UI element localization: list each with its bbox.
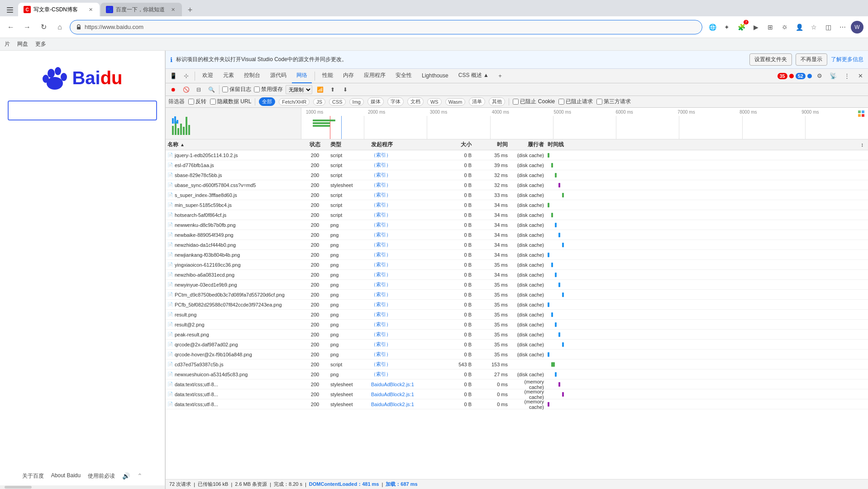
- filter-chip-all[interactable]: 全部: [259, 97, 275, 106]
- bookmark-btn[interactable]: ☆: [807, 21, 820, 34]
- table-row[interactable]: 📄 newzhibo-a6a0831ecd.png 200 png （索引） 0…: [166, 270, 868, 280]
- table-row[interactable]: 📄 result@2.png 200 png （索引） 0 B 35 ms (d…: [166, 320, 868, 330]
- table-row[interactable]: 📄 qrcode@2x-daf987ad02.png 200 png （索引） …: [166, 340, 868, 350]
- new-tab-btn[interactable]: +: [184, 4, 196, 16]
- footer-expand-icon[interactable]: ⌃: [137, 472, 143, 480]
- table-row[interactable]: 📄 yingxiaoicon-612169cc36.png 200 png （索…: [166, 260, 868, 270]
- table-row[interactable]: 📄 esl-d776bfb1aa.js 200 script （索引） 0 B …: [166, 160, 868, 170]
- table-row[interactable]: 📄 data:text/css;utf-8... 200 stylesheet …: [166, 399, 868, 409]
- table-row[interactable]: 📄 hotsearch-5af0f864cf.js 200 script （索引…: [166, 210, 868, 220]
- devtools-more-btn[interactable]: ⋮: [841, 70, 853, 82]
- devtools-close-btn[interactable]: ✕: [854, 70, 866, 82]
- filter-chip-wasm[interactable]: Wasm: [445, 98, 466, 105]
- tab-security[interactable]: 安全性: [391, 69, 416, 83]
- col-header-time[interactable]: 时间: [473, 141, 510, 149]
- baidu-search-input[interactable]: [13, 106, 152, 115]
- throttle-select[interactable]: 无限制: [286, 85, 312, 94]
- extensions-btn[interactable]: 🧩 7: [735, 21, 748, 34]
- tab-lighthouse[interactable]: Lighthouse: [417, 69, 453, 83]
- col-header-status[interactable]: 状态: [301, 141, 329, 149]
- play-btn[interactable]: ▶: [749, 21, 762, 34]
- collections-btn[interactable]: ⛭: [778, 21, 791, 34]
- filter-chip-css[interactable]: CSS: [329, 98, 346, 105]
- filter-chip-font[interactable]: 字体: [387, 97, 404, 106]
- reload-btn[interactable]: ↻: [37, 21, 50, 34]
- more-btn[interactable]: ⋯: [836, 21, 849, 34]
- table-row[interactable]: 📄 data:text/css;utf-8... 200 stylesheet …: [166, 389, 868, 399]
- tab2-close-btn[interactable]: ✕: [169, 6, 176, 13]
- table-row[interactable]: 📄 newyinyue-03ecd1e9b9.png 200 png （索引） …: [166, 280, 868, 290]
- translate-btn[interactable]: 🌐: [706, 21, 719, 34]
- initiator-link-24[interactable]: BaiduAdBlock2.js:1: [371, 392, 414, 397]
- filter-chip-doc[interactable]: 文档: [407, 97, 424, 106]
- cell-initiator-23[interactable]: BaiduAdBlock2.js:1: [369, 382, 437, 387]
- devtools-broadcast-btn[interactable]: 📡: [827, 70, 839, 82]
- col-header-type[interactable]: 类型: [329, 141, 369, 149]
- blocked-request-checkbox[interactable]: 已阻止请求: [558, 98, 593, 105]
- filter-chip-manifest[interactable]: 清单: [469, 97, 485, 106]
- split-btn[interactable]: ⊞: [764, 21, 777, 34]
- baidu-scrollbar[interactable]: [0, 485, 165, 489]
- import-btn[interactable]: ⬆: [328, 85, 338, 95]
- filter-chip-fetch[interactable]: Fetch/XHR: [279, 98, 310, 105]
- cell-initiator-25[interactable]: BaiduAdBlock2.js:1: [369, 402, 437, 407]
- third-party-checkbox[interactable]: 第三方请求: [596, 98, 631, 105]
- footer-link-abouten[interactable]: About Baidu: [51, 472, 81, 480]
- table-row[interactable]: 📄 ubase_sync-d600f57804.css?v=md5 200 st…: [166, 180, 868, 190]
- forward-btn[interactable]: →: [21, 21, 33, 34]
- table-row[interactable]: 📄 newwenku-d8c9b7b0fb.png 200 png （索引） 0…: [166, 220, 868, 230]
- search-btn[interactable]: 🔍: [206, 85, 216, 95]
- tab-csdn[interactable]: C 写文章-CSDN博客 ✕: [18, 3, 100, 16]
- cell-initiator-24[interactable]: BaiduAdBlock2.js:1: [369, 392, 437, 397]
- table-row[interactable]: 📄 PCtm_d9c8750bed0b3c7d089fa7d55720d6cf.…: [166, 290, 868, 300]
- browser-assist-btn[interactable]: ✦: [720, 21, 733, 34]
- address-bar[interactable]: https://www.baidu.com: [70, 20, 702, 34]
- sidebar-toggle-btn[interactable]: [4, 4, 16, 16]
- back-btn[interactable]: ←: [5, 21, 17, 34]
- filter-chip-ws[interactable]: WS: [427, 98, 442, 105]
- tab-elements[interactable]: 元素: [219, 69, 238, 83]
- initiator-link-23[interactable]: BaiduAdBlock2.js:1: [371, 382, 414, 387]
- footer-link-about[interactable]: 关于百度: [22, 472, 44, 480]
- table-row[interactable]: 📄 PCfb_5bf082d29588c07f842ccde3f97243ea.…: [166, 300, 868, 310]
- table-row[interactable]: 📄 newxueshuicon-a5314d5c83.png 200 png （…: [166, 369, 868, 379]
- col-header-name[interactable]: 名称 ▲: [166, 141, 301, 149]
- export-btn[interactable]: ⬇: [340, 85, 350, 95]
- filter-chip-img[interactable]: Img: [349, 98, 364, 105]
- initiator-link-25[interactable]: BaiduAdBlock2.js:1: [371, 402, 414, 407]
- table-row[interactable]: 📄 min_super-5185c59bc4.js 200 script （索引…: [166, 200, 868, 210]
- share-btn[interactable]: 👤: [793, 21, 806, 34]
- col-header-waterfall[interactable]: 时间线: [546, 141, 861, 149]
- filter-chip-js[interactable]: JS: [313, 98, 325, 105]
- filter-chip-other[interactable]: 其他: [489, 97, 505, 106]
- table-row[interactable]: 📄 newzhidao-da1cf444b0.png 200 png （索引） …: [166, 240, 868, 250]
- table-row[interactable]: 📄 sbase-829e78c5bb.js 200 script （索引） 0 …: [166, 170, 868, 180]
- wifi-btn[interactable]: 📶: [315, 85, 325, 95]
- tab-console[interactable]: 控制台: [239, 69, 265, 83]
- learn-more-link[interactable]: 了解更多信息: [831, 56, 863, 63]
- blocked-cookie-checkbox[interactable]: 已阻止 Cookie: [513, 98, 555, 105]
- add-tab-btn[interactable]: +: [494, 70, 506, 82]
- baidu-search-box[interactable]: [8, 101, 157, 120]
- devtools-device-icon[interactable]: 📱: [167, 70, 179, 82]
- col-header-initiator[interactable]: 发起程序: [369, 141, 437, 149]
- table-row[interactable]: 📄 newbaike-889054f349.png 200 png （索引） 0…: [166, 230, 868, 240]
- table-row[interactable]: 📄 cd37ed75a9387c5b.js 200 script （索引） 54…: [166, 360, 868, 369]
- tab-network[interactable]: 网络: [292, 69, 312, 83]
- tab1-close-btn[interactable]: ✕: [87, 6, 94, 13]
- profile-btn[interactable]: W: [851, 21, 863, 34]
- tab-welcome[interactable]: 欢迎: [198, 69, 218, 83]
- devtools-settings-btn[interactable]: ⚙: [814, 70, 825, 82]
- record-btn[interactable]: ⏺: [168, 85, 178, 95]
- set-root-folder-btn[interactable]: 设置根文件夹: [749, 53, 792, 66]
- bookmark-pic[interactable]: 片: [5, 40, 10, 48]
- preserve-log-checkbox[interactable]: 保留日志: [222, 86, 251, 93]
- disable-cache-checkbox[interactable]: 禁用缓存: [254, 86, 283, 93]
- filter-chip-media[interactable]: 媒体: [367, 97, 384, 106]
- home-btn[interactable]: ⌂: [53, 21, 66, 34]
- clear-btn[interactable]: 🚫: [181, 85, 191, 95]
- sidebar-btn[interactable]: ◫: [822, 21, 835, 34]
- col-header-size[interactable]: 大小: [437, 141, 473, 149]
- tab-sources[interactable]: 源代码: [266, 69, 291, 83]
- table-row[interactable]: 📄 peak-result.png 200 png （索引） 0 B 35 ms…: [166, 330, 868, 340]
